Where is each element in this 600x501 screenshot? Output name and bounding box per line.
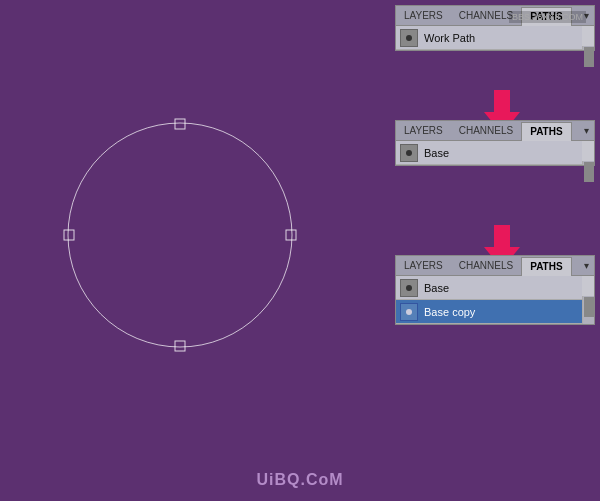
panel-3: LAYERS CHANNELS PATHS ▾ Base Base copy (395, 255, 595, 325)
panel3-scrollbar-thumb[interactable] (584, 297, 594, 317)
row-base-p2[interactable]: Base (396, 141, 582, 165)
path-circle (60, 115, 300, 355)
canvas-area (0, 0, 375, 470)
panel-3-tab-bar: LAYERS CHANNELS PATHS ▾ (396, 256, 594, 276)
panel3-scrollbar[interactable] (582, 296, 594, 324)
row-thumb-base-copy-p3 (400, 303, 418, 321)
tab-panel2-paths[interactable]: PATHS (521, 122, 571, 141)
svg-rect-1 (175, 119, 185, 129)
panel3-menu-icon[interactable]: ▾ (579, 258, 594, 273)
watermark-label: UiBQ.CoM (256, 471, 343, 489)
row-thumb-work-path (400, 29, 418, 47)
thumb-dot-p3a (406, 285, 412, 291)
tab-panel3-layers[interactable]: LAYERS (396, 256, 451, 275)
thumb-dot (406, 35, 412, 41)
bbs-watermark: BBS.16XX8.COM (509, 11, 586, 23)
panel-3-content: Base Base copy (396, 276, 594, 324)
svg-point-0 (68, 123, 292, 347)
tab-panel3-channels[interactable]: CHANNELS (451, 256, 521, 275)
row-label-base-copy-p3: Base copy (424, 306, 475, 318)
thumb-dot-p3b (406, 309, 412, 315)
row-work-path[interactable]: Work Path (396, 26, 582, 50)
row-base-p3[interactable]: Base (396, 276, 582, 300)
panel2-menu-icon[interactable]: ▾ (579, 123, 594, 138)
panel2-scrollbar-thumb[interactable] (584, 162, 594, 182)
row-label-base-p3: Base (424, 282, 449, 294)
row-thumb-base-p3 (400, 279, 418, 297)
row-base-copy-p3[interactable]: Base copy (396, 300, 582, 324)
svg-rect-2 (175, 341, 185, 351)
row-label-base-p2: Base (424, 147, 449, 159)
tab-panel2-channels[interactable]: CHANNELS (451, 121, 521, 140)
panel1-scrollbar-thumb[interactable] (584, 47, 594, 67)
tab-panel2-layers[interactable]: LAYERS (396, 121, 451, 140)
panel-2: LAYERS CHANNELS PATHS ▾ Base (395, 120, 595, 166)
panel-2-content: Base (396, 141, 594, 165)
tab-panel3-paths[interactable]: PATHS (521, 257, 571, 276)
svg-rect-4 (286, 230, 296, 240)
panel-2-tab-bar: LAYERS CHANNELS PATHS ▾ (396, 121, 594, 141)
panel-1: LAYERS CHANNELS PATHS ▾ Work Path BBS.16… (395, 5, 595, 51)
thumb-dot-p2 (406, 150, 412, 156)
panel-1-content: Work Path (396, 26, 594, 50)
panel2-scrollbar[interactable] (582, 161, 594, 165)
tab-panel1-layers[interactable]: LAYERS (396, 6, 451, 25)
panel1-scrollbar[interactable] (582, 46, 594, 50)
row-thumb-base-p2 (400, 144, 418, 162)
svg-rect-3 (64, 230, 74, 240)
row-label-work-path: Work Path (424, 32, 475, 44)
